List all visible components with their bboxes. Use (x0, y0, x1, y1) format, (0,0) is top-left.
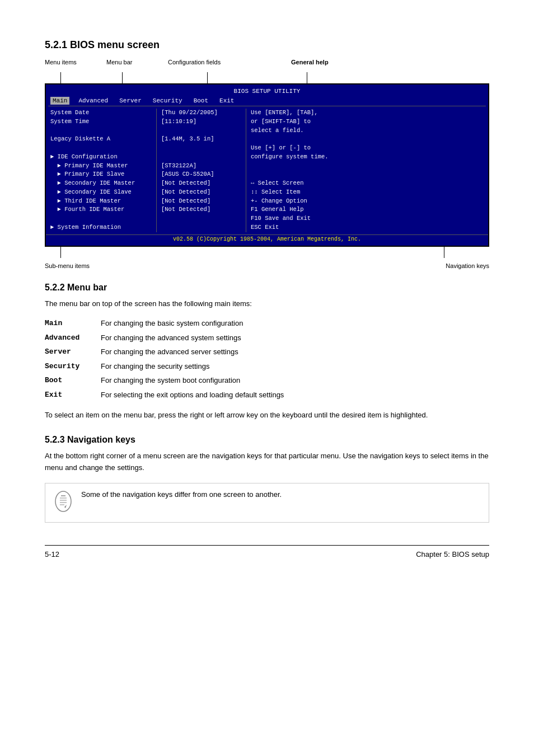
label-navigation-keys: Navigation keys (446, 262, 489, 269)
menu-key-server: Server (45, 345, 101, 359)
bios-field-ide-config: ► IDE Configuration (50, 153, 153, 162)
bios-field-third-master: ► Third IDE Master (50, 197, 153, 206)
bottom-labels: Sub-menu items Navigation keys (45, 262, 489, 269)
label-config-fields: Configuration fields (168, 59, 221, 65)
bios-field-primary-master: ► Primary IDE Master (50, 162, 153, 171)
bios-nav-option: +- Change Option (251, 197, 484, 206)
footer-chapter: Chapter 5: BIOS setup (416, 550, 489, 558)
section-523-title: 5.2.3 Navigation keys (45, 435, 489, 445)
label-menu-bar: Menu bar (106, 59, 132, 65)
section-523-intro: At the bottom right corner of a menu scr… (45, 450, 489, 474)
bios-value-not-detected-2: [Not Detected] (161, 188, 241, 197)
note-icon (53, 490, 73, 516)
bios-menu-advanced[interactable]: Advanced (76, 97, 110, 105)
bios-value-not-detected-3: [Not Detected] (161, 197, 241, 206)
menu-key-security: Security (45, 359, 101, 374)
note-text: Some of the navigation keys differ from … (81, 489, 282, 500)
label-general-help: General help (291, 59, 329, 65)
bios-body: System Date System Time Legacy Diskette … (46, 106, 488, 234)
bios-field-system-time: System Time (50, 118, 153, 126)
table-row: Boot For changing the system boot config… (45, 373, 489, 388)
menu-desc-advanced: For changing the advanced system setting… (101, 331, 489, 345)
bios-value-date: [Thu 09/22/2005] (161, 109, 241, 118)
bios-screen: BIOS SETUP UTILITY Main Advanced Server … (45, 83, 489, 247)
menu-desc-main: For changing the basic system configurat… (101, 316, 489, 331)
bios-value-not-detected-4: [Not Detected] (161, 205, 241, 214)
svg-point-0 (55, 491, 71, 511)
bios-help-2: or [SHIFT-TAB] to (251, 118, 484, 126)
bios-help-5: configure system time. (251, 153, 484, 162)
bios-left-panel: System Date System Time Legacy Diskette … (50, 109, 157, 232)
bios-menu-bar: Main Advanced Server Security Boot Exit (46, 96, 488, 106)
bios-help-4: Use [+] or [-] to (251, 144, 484, 153)
bios-diagram: Menu items Menu bar Configuration fields… (45, 59, 489, 269)
bios-menu-boot[interactable]: Boot (191, 97, 210, 105)
bios-value-time: [11:10:19] (161, 118, 241, 126)
footer-page-number: 5-12 (45, 550, 59, 558)
bios-footer: v02.58 (C)Copyright 1985-2004, American … (46, 234, 488, 243)
bios-menu-server[interactable]: Server (117, 97, 144, 105)
note-box: Some of the navigation keys differ from … (45, 483, 489, 523)
bios-field-legacy-diskette: Legacy Diskette A (50, 135, 153, 144)
bios-nav-screen: ↔ Select Screen (251, 179, 484, 188)
page-container: 5.2.1 BIOS menu screen Menu items Menu b… (45, 39, 489, 558)
menu-desc-server: For changing the advanced server setting… (101, 345, 489, 359)
table-row: Exit For selecting the exit options and … (45, 388, 489, 402)
menu-desc-security: For changing the security settings (101, 359, 489, 374)
bios-field-secondary-slave: ► Secondary IDE Slave (50, 188, 153, 197)
bios-nav-item: ↕↕ Select Item (251, 188, 484, 197)
section-521-title: 5.2.1 BIOS menu screen (45, 39, 489, 51)
section-522-body: To select an item on the menu bar, press… (45, 410, 489, 421)
menu-desc-boot: For changing the system boot configurati… (101, 373, 489, 388)
svg-marker-6 (64, 505, 67, 508)
bios-menu-exit[interactable]: Exit (217, 97, 236, 105)
section-522-intro: The menu bar on top of the screen has th… (45, 298, 489, 310)
bios-menu-main[interactable]: Main (50, 97, 69, 105)
menu-desc-exit: For selecting the exit options and loadi… (101, 388, 489, 402)
bios-nav-esc: ESC Exit (251, 223, 484, 232)
bios-value-diskette: [1.44M, 3.5 in] (161, 135, 241, 144)
table-row: Server For changing the advanced server … (45, 345, 489, 359)
bios-nav-f10: F10 Save and Exit (251, 214, 484, 223)
bios-field-system-info: ► System Information (50, 223, 153, 232)
label-sub-menu-items: Sub-menu items (45, 262, 90, 269)
bios-help-3: select a field. (251, 126, 484, 135)
table-row: Advanced For changing the advanced syste… (45, 331, 489, 345)
section-522-title: 5.2.2 Menu bar (45, 283, 489, 293)
page-footer: 5-12 Chapter 5: BIOS setup (45, 545, 489, 558)
menu-key-main: Main (45, 316, 101, 331)
bios-help-1: Use [ENTER], [TAB], (251, 109, 484, 118)
bios-value-st32122: [ST32122A] (161, 162, 241, 171)
menu-key-boot: Boot (45, 373, 101, 388)
table-row: Main For changing the basic system confi… (45, 316, 489, 331)
menu-key-exit: Exit (45, 388, 101, 402)
menu-items-table: Main For changing the basic system confi… (45, 316, 489, 402)
bios-field-fourth-master: ► Fourth IDE Master (50, 205, 153, 214)
bios-title: BIOS SETUP UTILITY (46, 87, 488, 96)
bios-field-system-date: System Date (50, 109, 153, 118)
bios-nav-f1: F1 General Help (251, 205, 484, 214)
bios-value-not-detected-1: [Not Detected] (161, 179, 241, 188)
bios-right-panel: Use [ENTER], [TAB], or [SHIFT-TAB] to se… (246, 109, 484, 232)
table-row: Security For changing the security setti… (45, 359, 489, 374)
bios-menu-security[interactable]: Security (151, 97, 185, 105)
bios-value-asus-cd: [ASUS CD-S520A] (161, 170, 241, 179)
bios-field-secondary-master: ► Secondary IDE Master (50, 179, 153, 188)
bios-center-panel: [Thu 09/22/2005] [11:10:19] [1.44M, 3.5 … (157, 109, 246, 232)
menu-key-advanced: Advanced (45, 331, 101, 345)
label-menu-items: Menu items (45, 59, 77, 65)
bios-field-primary-slave: ► Primary IDE Slave (50, 170, 153, 179)
